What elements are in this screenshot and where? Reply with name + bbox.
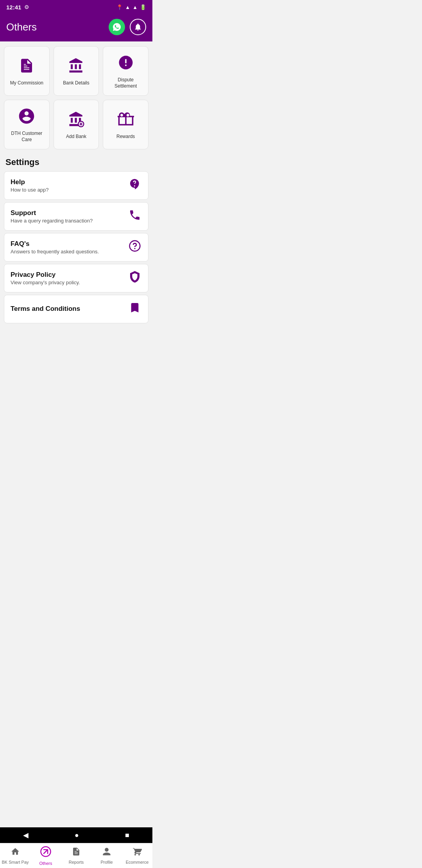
help-icon — [128, 178, 142, 193]
faqs-icon — [128, 240, 142, 255]
privacy-policy-subtitle: View company's privacy policy. — [11, 280, 80, 285]
add-bank-icon — [68, 111, 84, 130]
status-time: 12:41 — [6, 4, 21, 11]
my-commission-icon — [18, 57, 35, 76]
bank-details-card[interactable]: Bank Details — [54, 46, 99, 96]
faqs-title: FAQ's — [11, 240, 99, 248]
bank-details-icon — [68, 57, 84, 76]
settings-section: Settings Help How to use app? Support — [0, 149, 152, 327]
terms-item[interactable]: Terms and Conditions — [4, 295, 148, 323]
app-header: Others — [0, 14, 152, 41]
cards-grid: My Commission Bank Details — [4, 46, 148, 149]
add-bank-card[interactable]: Add Bank — [54, 100, 99, 149]
settings-status-icon: ⚙ — [24, 4, 29, 10]
status-icons: 📍 ▲ ▲ 🔋 — [116, 4, 146, 10]
whatsapp-button[interactable] — [109, 19, 125, 35]
settings-list: Help How to use app? Support Have a quer… — [4, 171, 148, 323]
location-icon: 📍 — [116, 4, 123, 10]
page-title: Others — [6, 21, 37, 33]
bank-details-label: Bank Details — [63, 80, 89, 86]
privacy-policy-icon — [128, 271, 142, 286]
dispute-settlement-card[interactable]: Dispute Settlement — [103, 46, 148, 96]
status-bar: 12:41 ⚙ 📍 ▲ ▲ 🔋 — [0, 0, 152, 14]
support-item[interactable]: Support Have a query regarding transacti… — [4, 202, 148, 231]
cards-section: My Commission Bank Details — [0, 41, 152, 149]
terms-icon — [128, 301, 142, 317]
wifi-icon: ▲ — [125, 4, 130, 10]
my-commission-card[interactable]: My Commission — [4, 46, 50, 96]
terms-title: Terms and Conditions — [11, 305, 80, 313]
support-title: Support — [11, 209, 93, 217]
privacy-policy-title: Privacy Policy — [11, 271, 80, 279]
support-subtitle: Have a query regarding transaction? — [11, 218, 93, 224]
dth-customer-care-label: DTH Customer Care — [7, 131, 46, 143]
faqs-subtitle: Answers to frequently asked questions. — [11, 249, 99, 255]
help-title: Help — [11, 178, 49, 186]
dth-customer-care-card[interactable]: DTH Customer Care — [4, 100, 50, 149]
privacy-policy-item[interactable]: Privacy Policy View company's privacy po… — [4, 264, 148, 292]
main-content: My Commission Bank Details — [0, 41, 152, 374]
faqs-item[interactable]: FAQ's Answers to frequently asked questi… — [4, 233, 148, 262]
bell-icon — [134, 23, 142, 31]
rewards-icon — [118, 111, 134, 130]
add-bank-label: Add Bank — [66, 134, 86, 140]
whatsapp-icon — [112, 22, 122, 32]
dispute-settlement-icon — [118, 54, 134, 73]
support-icon — [128, 209, 142, 224]
my-commission-label: My Commission — [10, 80, 43, 86]
notifications-button[interactable] — [130, 19, 146, 35]
rewards-label: Rewards — [116, 134, 135, 140]
battery-icon: 🔋 — [140, 4, 146, 10]
help-item[interactable]: Help How to use app? — [4, 171, 148, 200]
dispute-settlement-label: Dispute Settlement — [106, 77, 145, 89]
help-subtitle: How to use app? — [11, 187, 49, 193]
dth-customer-care-icon — [18, 108, 35, 127]
settings-title: Settings — [4, 157, 148, 167]
header-actions — [109, 19, 146, 35]
rewards-card[interactable]: Rewards — [103, 100, 148, 149]
signal-icon: ▲ — [132, 4, 138, 10]
